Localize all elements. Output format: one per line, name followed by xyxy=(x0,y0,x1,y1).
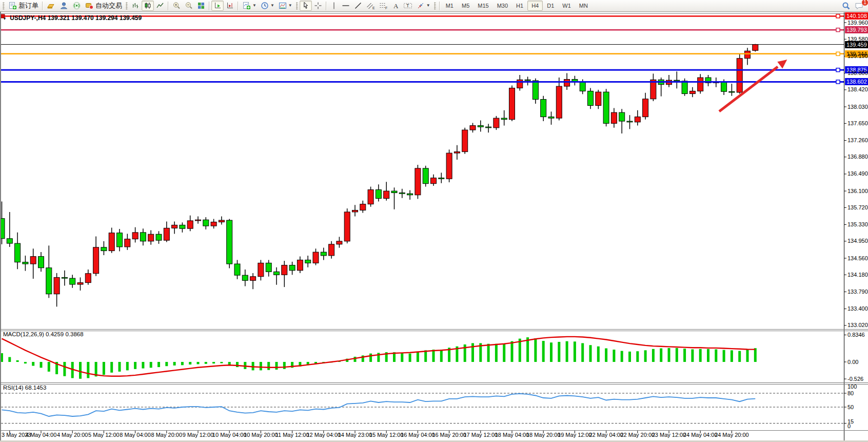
macd-bar xyxy=(275,362,278,370)
candle-bearish xyxy=(532,81,538,100)
candle-bearish xyxy=(423,168,428,184)
candle-bullish xyxy=(211,222,216,226)
search-button[interactable] xyxy=(840,1,853,11)
timeframe-mn[interactable]: MN xyxy=(575,1,592,11)
candlestick-chart-button[interactable] xyxy=(142,1,154,11)
signals-button[interactable] xyxy=(70,1,83,11)
candle-bullish xyxy=(431,178,437,184)
macd-bar xyxy=(511,341,514,362)
macd-bar xyxy=(613,350,615,362)
macd-bar xyxy=(668,348,670,362)
candle-bullish xyxy=(737,59,742,92)
macd-bar xyxy=(32,362,34,366)
timeframe-h4[interactable]: H4 xyxy=(527,1,543,11)
candle-bearish xyxy=(478,126,483,127)
channel-button[interactable]: E xyxy=(364,1,377,11)
trend-arrow-head[interactable] xyxy=(777,60,787,68)
zoom-out-button[interactable] xyxy=(183,1,195,11)
zoom-in-button[interactable] xyxy=(170,1,183,11)
macd-bar xyxy=(126,362,129,370)
macd-bar xyxy=(542,341,545,362)
cursor-button[interactable] xyxy=(300,1,312,11)
separator xyxy=(209,2,210,10)
indicators-button[interactable]: ▼ xyxy=(240,1,259,11)
toolbar-drag-handle[interactable] xyxy=(434,2,436,10)
arrows-button[interactable]: ▼ xyxy=(415,1,432,11)
profile-button[interactable] xyxy=(57,1,70,11)
timeframe-m30[interactable]: M30 xyxy=(493,1,512,11)
line-anchor-marker[interactable] xyxy=(1,14,5,18)
macd-bar xyxy=(260,362,262,370)
chart-area[interactable]: ▼ USDJPY-,H4 139.321 139.470 139.294 139… xyxy=(0,12,868,442)
candle-bearish xyxy=(305,260,311,263)
candle-bullish xyxy=(611,112,617,123)
candle-bearish xyxy=(266,263,271,272)
macd-bar xyxy=(550,342,553,362)
arrows-icon xyxy=(417,2,425,10)
timeframe-m1[interactable]: M1 xyxy=(442,1,458,11)
macd-bar xyxy=(628,352,631,362)
macd-bar xyxy=(424,350,427,362)
toolbar-drag-handle[interactable] xyxy=(126,2,128,10)
timeframe-h1[interactable]: H1 xyxy=(512,1,527,11)
crosshair-button[interactable] xyxy=(312,1,324,11)
candle-bullish xyxy=(635,117,640,122)
templates-button[interactable]: ▼ xyxy=(277,1,294,11)
toolbar-drag-handle[interactable] xyxy=(3,2,5,10)
chevron-down-icon: ▼ xyxy=(426,4,430,8)
fibonacci-button[interactable]: F xyxy=(377,1,390,11)
candle-bullish xyxy=(297,260,303,270)
line-handle[interactable] xyxy=(836,14,840,18)
macd-bar xyxy=(471,343,474,362)
macd-bar xyxy=(24,362,27,363)
candle-bearish xyxy=(682,81,687,94)
toolbar-drag-handle[interactable] xyxy=(296,2,298,10)
macd-bar xyxy=(417,352,419,362)
periods-button[interactable]: ▼ xyxy=(259,1,277,11)
text-label-icon: T xyxy=(403,2,412,10)
timeframe-m15[interactable]: M15 xyxy=(474,1,492,11)
trend-arrow[interactable] xyxy=(719,67,778,111)
candle-bearish xyxy=(674,80,680,81)
candle-bearish xyxy=(274,272,280,275)
timeframe-w1[interactable]: W1 xyxy=(558,1,575,11)
line-chart-button[interactable] xyxy=(154,1,166,11)
svg-text:F: F xyxy=(385,6,387,10)
candle-bullish xyxy=(517,80,523,88)
line-handle[interactable] xyxy=(836,52,840,55)
chart-shift-button[interactable] xyxy=(224,1,236,11)
line-handle[interactable] xyxy=(836,68,840,72)
candle-bullish xyxy=(77,283,83,284)
horizontal-line-button[interactable] xyxy=(340,1,352,11)
macd-bar xyxy=(354,357,357,362)
new-order-button[interactable]: 新订单 xyxy=(6,1,41,11)
candle-bearish xyxy=(101,247,107,251)
candle-bearish xyxy=(23,262,28,264)
separator xyxy=(238,2,239,10)
macd-bar xyxy=(534,338,537,362)
text-label-button[interactable]: T xyxy=(401,1,415,11)
vertical-line-button[interactable] xyxy=(328,1,340,11)
gold-button[interactable] xyxy=(45,1,57,11)
channel-icon: E xyxy=(366,2,375,10)
macd-bar xyxy=(660,349,662,362)
line-handle[interactable] xyxy=(836,28,840,32)
text-button[interactable]: A xyxy=(390,1,401,11)
separator xyxy=(439,2,440,10)
chat-button[interactable]: 1 xyxy=(853,1,866,11)
candle-bullish xyxy=(54,277,60,294)
candle-bullish xyxy=(556,86,562,118)
timeframe-d1[interactable]: D1 xyxy=(543,1,558,11)
timeframe-group: M1M5M15M30H1H4D1W1MN xyxy=(442,1,592,11)
line-handle[interactable] xyxy=(836,80,840,84)
auto-scroll-button[interactable] xyxy=(211,1,224,11)
tile-windows-button[interactable] xyxy=(195,1,207,11)
autotrading-label: 自动交易 xyxy=(95,1,122,10)
bar-chart-button[interactable] xyxy=(129,1,142,11)
timeframe-m5[interactable]: M5 xyxy=(458,1,474,11)
autotrading-button[interactable]: 自动交易 xyxy=(83,1,124,11)
candle-bearish xyxy=(15,243,21,262)
macd-bar xyxy=(503,344,505,362)
candle-bearish xyxy=(289,265,295,271)
trendline-button[interactable] xyxy=(352,1,364,11)
